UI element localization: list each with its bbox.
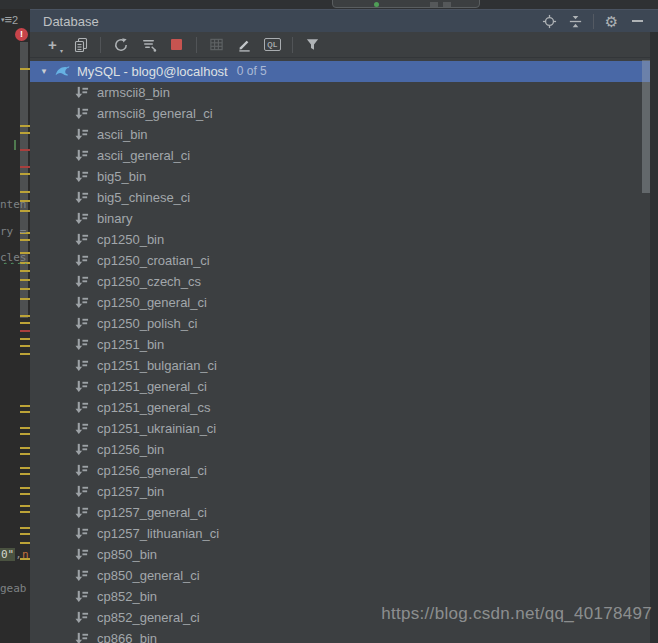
warning-mark [20, 411, 30, 413]
hide-panel-icon[interactable] [629, 13, 646, 30]
tree-item-collation[interactable]: cp850_bin [30, 544, 650, 565]
warning-mark [20, 433, 30, 435]
collation-icon [74, 316, 89, 331]
run-status-dot [374, 2, 379, 7]
tree-item-collation[interactable]: big5_chinese_ci [30, 187, 650, 208]
collation-icon [74, 85, 89, 100]
collation-icon [74, 190, 89, 205]
warning-mark [20, 487, 30, 489]
warning-mark [20, 453, 30, 455]
code-fragment: 0",n [0, 548, 30, 561]
tree-item-collation[interactable]: cp1257_lithuanian_ci [30, 523, 650, 544]
tree-item-collation[interactable]: cp1251_general_cs [30, 397, 650, 418]
gear-icon[interactable]: ⚙ [603, 13, 620, 30]
datasource-properties-icon[interactable] [140, 36, 157, 53]
tree-item-collation[interactable]: cp1256_general_ci [30, 460, 650, 481]
divider [100, 37, 101, 53]
tree-item-collation[interactable]: cp1251_general_ci [30, 376, 650, 397]
tree-item-collation[interactable]: cp1251_ukrainian_ci [30, 418, 650, 439]
database-tree: ▼ MySQL - blog0@localhost 0 of 5 armscii… [30, 59, 650, 643]
filter-button[interactable] [304, 36, 321, 53]
tree-item-collation[interactable]: cp1250_general_ci [30, 292, 650, 313]
tree-item-collation[interactable]: big5_bin [30, 166, 650, 187]
add-datasource-button[interactable]: + ▾ [44, 36, 61, 53]
collation-name: big5_bin [97, 166, 146, 187]
code-fragment: nten [0, 198, 30, 211]
code-fragment: geab [0, 582, 30, 595]
change-marker [14, 140, 16, 150]
tree-item-collation[interactable]: cp1256_bin [30, 439, 650, 460]
tab-list-icon: ≡ [5, 12, 13, 27]
editor-scrollbar-thumb[interactable] [20, 42, 28, 318]
stop-button[interactable] [168, 36, 185, 53]
warning-mark [20, 493, 30, 495]
collation-icon [74, 169, 89, 184]
tree-item-collation[interactable]: cp1250_croatian_ci [30, 250, 650, 271]
modify-button[interactable] [236, 36, 253, 53]
tree-item-collation[interactable]: cp866_bin [30, 628, 650, 643]
warning-mark [20, 505, 30, 507]
warning-mark [20, 405, 30, 407]
hidden-tabs-indicator[interactable]: ▾≡2 [1, 12, 29, 27]
tree-items: armscii8_bin armscii8_general_ci ascii_b… [30, 82, 650, 643]
tree-item-collation[interactable]: ascii_general_ci [30, 145, 650, 166]
run-configuration-combo[interactable] [332, 0, 480, 8]
tree-item-collation[interactable]: binary [30, 208, 650, 229]
collation-name: cp1250_croatian_ci [97, 250, 210, 271]
collation-icon [74, 463, 89, 478]
error-indicator-badge[interactable]: ! [15, 28, 28, 41]
expand-arrow-icon[interactable]: ▼ [38, 61, 50, 82]
editor-error-stripe: ▾≡2 ! ntenry =clesgeab 0",n [0, 9, 30, 643]
warning-mark [20, 322, 30, 324]
warning-mark [20, 353, 30, 355]
collation-icon [74, 610, 89, 625]
collation-icon [74, 400, 89, 415]
collation-name: cp1250_polish_ci [97, 313, 197, 334]
tree-item-collation[interactable]: cp1251_bulgarian_ci [30, 355, 650, 376]
collation-icon [74, 148, 89, 163]
tree-item-collation[interactable]: cp1257_bin [30, 481, 650, 502]
collation-name: cp1250_czech_cs [97, 271, 201, 292]
collation-name: ascii_bin [97, 124, 148, 145]
tree-item-collation[interactable]: cp850_general_ci [30, 565, 650, 586]
synchronize-button[interactable] [112, 36, 129, 53]
tree-item-collation[interactable]: armscii8_bin [30, 82, 650, 103]
collation-name: binary [97, 208, 132, 229]
duplicate-button[interactable] [72, 36, 89, 53]
table-view-button[interactable] [208, 36, 225, 53]
watermark-url: https://blog.csdn.net/qq_40178497 [381, 604, 652, 624]
tree-item-collation[interactable]: cp1250_polish_ci [30, 313, 650, 334]
divider [292, 37, 293, 53]
collation-icon [74, 337, 89, 352]
collation-name: cp866_bin [97, 628, 157, 643]
collation-icon [74, 568, 89, 583]
collation-name: armscii8_bin [97, 82, 170, 103]
tree-item-collation[interactable]: armscii8_general_ci [30, 103, 650, 124]
warning-mark [20, 279, 30, 281]
collation-icon [74, 631, 89, 643]
tree-item-collation[interactable]: cp1250_bin [30, 229, 650, 250]
panel-right-edge [650, 32, 658, 643]
code-fragment: ry = [0, 225, 30, 238]
scroll-from-source-icon[interactable] [541, 13, 558, 30]
collation-icon [74, 106, 89, 121]
error-mark [20, 330, 30, 332]
tree-item-collation[interactable]: ascii_bin [30, 124, 650, 145]
hidden-tab-count: 2 [12, 14, 18, 26]
collation-icon [74, 232, 89, 247]
tree-item-collation[interactable]: cp1251_bin [30, 334, 650, 355]
tree-item-collation[interactable]: cp1250_czech_cs [30, 271, 650, 292]
tree-root-mysql[interactable]: ▼ MySQL - blog0@localhost 0 of 5 [30, 61, 650, 82]
warning-mark [20, 511, 30, 513]
tree-item-collation[interactable]: cp1257_general_ci [30, 502, 650, 523]
database-tool-window: Database ⚙ [30, 9, 658, 643]
ql-console-icon: QL [264, 38, 281, 51]
introspection-count: 0 of 5 [237, 61, 267, 82]
warning-mark [20, 270, 30, 272]
collapse-all-icon[interactable] [567, 13, 584, 30]
ide-screen: ▾≡2 ! ntenry =clesgeab 0",n Database [0, 0, 658, 643]
warning-mark [20, 125, 30, 127]
panel-scrollbar-thumb[interactable] [642, 60, 650, 193]
jump-to-console-button[interactable]: QL [264, 36, 281, 53]
main-toolbar-sliver [0, 0, 658, 9]
